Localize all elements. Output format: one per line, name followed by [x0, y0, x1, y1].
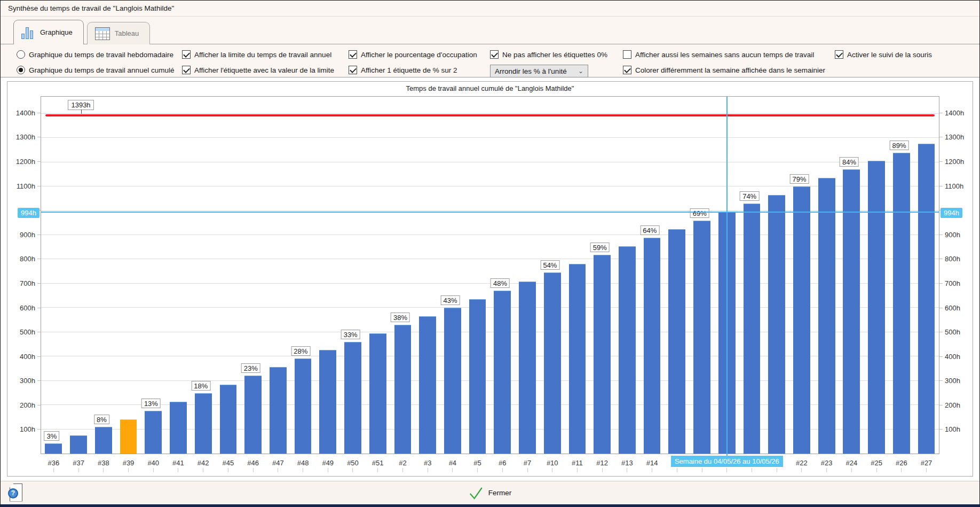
- bar[interactable]: [693, 221, 710, 454]
- x-axis-label: #41: [172, 456, 184, 467]
- bar[interactable]: [170, 402, 187, 454]
- x-axis-labels: #36#37#38#39#40#41#42#45#46#47#48#49#50#…: [41, 454, 939, 468]
- bar[interactable]: [369, 333, 386, 454]
- weekly-chart-radio[interactable]: Graphique du temps de travail hebdomadai…: [17, 49, 174, 60]
- show-weeks-without-work-checkbox[interactable]: Afficher aussi les semaines sans aucun t…: [623, 49, 825, 60]
- color-displayed-week-checkbox[interactable]: Colorer différemment la semaine affichée…: [623, 65, 825, 75]
- percent-label: 33%: [341, 330, 360, 339]
- x-axis-label: #5: [473, 456, 481, 467]
- y-axis-label: 1300h: [945, 133, 964, 142]
- hide-zero-percent-labels-checkbox[interactable]: Ne pas afficher les étiquettes 0%: [490, 49, 607, 60]
- radio-icon: [17, 50, 25, 59]
- bar[interactable]: [494, 291, 511, 454]
- y-axis-label: 100h: [20, 425, 35, 434]
- bar[interactable]: [519, 282, 536, 454]
- bar[interactable]: [444, 308, 461, 454]
- percent-rounding-select[interactable]: Arrondir les % à l'unité⌄: [490, 65, 588, 77]
- bar[interactable]: [469, 299, 486, 454]
- x-label-slot: #23: [814, 454, 839, 468]
- y-axis-label: 800h: [20, 255, 35, 263]
- bar[interactable]: [394, 325, 412, 454]
- bar-slot: 8%: [91, 97, 116, 454]
- plot-area: 3%8%13%18%23%28%33%38%43%48%54%59%64%69%…: [41, 96, 939, 454]
- x-label-slot: #51: [365, 454, 390, 468]
- bar[interactable]: [145, 411, 162, 454]
- show-occupation-percentage-checkbox[interactable]: Afficher le pourcentage d'occupation: [349, 49, 477, 60]
- y-axis-tick: [939, 405, 943, 405]
- bar-slot: 18%: [191, 97, 216, 454]
- bar[interactable]: [594, 255, 611, 454]
- show-annual-limit-checkbox[interactable]: Afficher la limite du temps de travail a…: [182, 49, 334, 60]
- x-axis-label: #46: [247, 456, 259, 467]
- y-axis-tick: [939, 161, 943, 162]
- bar[interactable]: [195, 393, 212, 454]
- bar[interactable]: [619, 246, 636, 454]
- bar[interactable]: [544, 272, 561, 454]
- x-label-slot: #11: [565, 454, 590, 468]
- bar[interactable]: [70, 435, 87, 454]
- options-column: Afficher aussi les semaines sans aucun t…: [623, 49, 825, 75]
- x-label-slot: #4: [440, 454, 465, 468]
- bar[interactable]: [644, 238, 661, 454]
- bar-slot: [315, 97, 341, 454]
- bar[interactable]: [569, 264, 586, 454]
- tab-label: Graphique: [40, 28, 73, 36]
- x-label-slot: #22: [789, 454, 815, 468]
- x-tick-slot: [365, 468, 390, 474]
- bar-slot: [116, 97, 141, 454]
- highlighted-week-bar[interactable]: [120, 419, 137, 454]
- bar[interactable]: [295, 358, 312, 454]
- y-axis-label: 1100h: [945, 182, 963, 191]
- bar[interactable]: [918, 144, 935, 454]
- x-tick-slot: [241, 468, 266, 474]
- bar[interactable]: [270, 367, 287, 454]
- enable-mouse-tracking-checkbox[interactable]: Activer le suivi de la souris: [835, 49, 932, 60]
- x-axis-label: #7: [524, 456, 531, 467]
- bar[interactable]: [419, 316, 436, 454]
- status-bar: ? Fermer: [1, 481, 979, 504]
- bar-slot: [914, 97, 939, 454]
- x-label-slot: #46: [241, 454, 266, 468]
- options-column: Afficher le pourcentage d'occupationAffi…: [349, 49, 477, 75]
- x-axis-label: #51: [372, 456, 384, 467]
- radio-icon: [17, 66, 25, 74]
- x-label-slot: #41: [166, 454, 191, 468]
- show-limit-value-label-checkbox[interactable]: Afficher l'étiquette avec la valeur de l…: [182, 65, 334, 75]
- percent-label: 28%: [291, 346, 310, 356]
- y-axis-right: 100h200h300h400h500h600h700h800h900h1100…: [939, 96, 973, 454]
- help-icon[interactable]: ?: [8, 483, 24, 503]
- bar-slot: 23%: [241, 97, 266, 454]
- bar[interactable]: [768, 195, 785, 454]
- bar[interactable]: [793, 186, 810, 454]
- x-axis-label: #6: [499, 456, 506, 467]
- bar[interactable]: [668, 229, 685, 454]
- tab-graphique[interactable]: Graphique: [13, 20, 84, 44]
- option-label: Activer le suivi de la souris: [847, 51, 932, 59]
- x-label-slot: #5: [465, 454, 490, 468]
- tab-label: Tableau: [115, 29, 139, 37]
- bar[interactable]: [868, 161, 885, 454]
- y-axis-label: 1400h: [16, 109, 35, 118]
- fermer-button[interactable]: Fermer: [469, 487, 512, 500]
- y-axis-label: 500h: [20, 328, 35, 337]
- tab-tableau[interactable]: Tableau: [87, 22, 151, 44]
- show-1-label-of-2-checkbox[interactable]: Afficher 1 étiquette de % sur 2: [349, 65, 477, 75]
- bar-slot: [166, 97, 191, 454]
- bar[interactable]: [744, 204, 761, 454]
- bar[interactable]: [220, 385, 237, 454]
- option-label: Afficher 1 étiquette de % sur 2: [361, 66, 457, 74]
- bar[interactable]: [45, 443, 62, 454]
- bar[interactable]: [319, 350, 336, 454]
- bar[interactable]: [818, 178, 835, 454]
- y-axis-label: 800h: [945, 255, 960, 263]
- options-panel: Graphique du temps de travail hebdomadai…: [1, 44, 979, 77]
- bar-slot: [665, 97, 690, 454]
- bar[interactable]: [95, 427, 112, 454]
- bar-slot: [415, 97, 440, 454]
- bar[interactable]: [893, 153, 910, 454]
- green-check-icon: [469, 487, 484, 500]
- bar[interactable]: [344, 342, 361, 454]
- crosshair-value-badge-left: 994h: [18, 208, 39, 218]
- annual-cumulative-chart-radio[interactable]: Graphique du temps de travail annuel cum…: [17, 65, 174, 75]
- bar[interactable]: [244, 376, 262, 454]
